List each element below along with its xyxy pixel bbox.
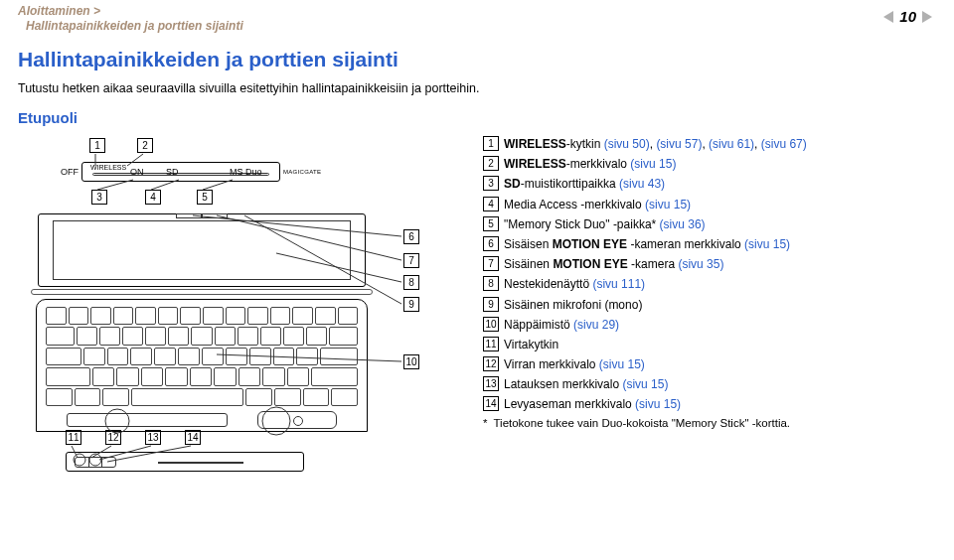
callout-5: 5 — [195, 190, 215, 205]
card-slot-panel: OFF WIRELESS ON SD MS Duo MAGICGATE — [81, 162, 280, 182]
legend-item: 8Nestekidenäyttö (sivu 111) — [483, 276, 932, 292]
breadcrumb-line1: Aloittaminen > — [18, 4, 100, 18]
legend-item: 2WIRELESS-merkkivalo (sivu 15) — [483, 156, 932, 172]
callout-7: 7 — [401, 253, 421, 268]
page-title: Hallintapainikkeiden ja porttien sijaint… — [18, 48, 932, 71]
legend-item: 12Virran merkkivalo (sivu 15) — [483, 356, 932, 372]
legend-text: Latauksen merkkivalo (sivu 15) — [504, 376, 668, 392]
callout-11: 11 — [64, 430, 83, 445]
legend-text: "Memory Stick Duo" -paikka* (sivu 36) — [504, 216, 706, 232]
legend-item: 14Levyaseman merkkivalo (sivu 15) — [483, 396, 932, 412]
legend-text: Virtakytkin — [504, 337, 558, 352]
section-heading: Etupuoli — [18, 109, 932, 126]
laptop-illustration — [28, 206, 376, 440]
callout-14: 14 — [183, 430, 203, 445]
callout-1: 1 — [87, 138, 107, 153]
page-link[interactable]: (sivu 43) — [619, 177, 665, 191]
legend-text: Media Access -merkkivalo (sivu 15) — [504, 197, 691, 212]
page-link[interactable]: (sivu 15) — [635, 397, 681, 411]
legend-text: Sisäinen MOTION EYE -kamera (sivu 35) — [504, 256, 723, 272]
legend-item: 5"Memory Stick Duo" -paikka* (sivu 36) — [483, 216, 932, 232]
front-edge-panel — [66, 452, 304, 472]
label-msduo: MS Duo — [230, 167, 262, 177]
legend-item: 4Media Access -merkkivalo (sivu 15) — [483, 197, 932, 212]
callout-8: 8 — [401, 275, 421, 290]
legend-text: WIRELESS-kytkin (sivu 50), (sivu 57), (s… — [504, 136, 807, 152]
legend-list: 1WIRELESS-kytkin (sivu 50), (sivu 57), (… — [483, 136, 932, 429]
page-link[interactable]: (sivu 57) — [656, 137, 702, 151]
page-link[interactable]: (sivu 50) — [604, 137, 650, 151]
breadcrumb: Aloittaminen > Hallintapainikkeiden ja p… — [0, 0, 954, 34]
legend-text: Nestekidenäyttö (sivu 111) — [504, 276, 645, 292]
legend-number: 6 — [483, 236, 499, 251]
legend-number: 2 — [483, 156, 499, 171]
label-off: OFF — [61, 167, 79, 177]
diagram: OFF WIRELESS ON SD MS Duo MAGICGATE 1 2 … — [18, 136, 455, 479]
page-link[interactable]: (sivu 15) — [744, 237, 790, 251]
label-magicgate: MAGICGATE — [283, 169, 321, 175]
legend-text: WIRELESS-merkkivalo (sivu 15) — [504, 156, 676, 172]
legend-number: 5 — [483, 216, 499, 231]
label-sd: SD — [166, 167, 179, 177]
legend-item: 1WIRELESS-kytkin (sivu 50), (sivu 57), (… — [483, 136, 932, 152]
legend-item: 11Virtakytkin — [483, 337, 932, 352]
page-link[interactable]: (sivu 111) — [592, 277, 645, 291]
legend-item: 3SD-muistikorttipaikka (sivu 43) — [483, 176, 932, 192]
camera — [202, 213, 228, 218]
callout-10: 10 — [401, 354, 421, 369]
laptop-screen — [38, 213, 366, 287]
callout-3: 3 — [89, 190, 109, 205]
legend-number: 9 — [483, 297, 499, 312]
legend-text: Levyaseman merkkivalo (sivu 15) — [504, 396, 681, 412]
callout-6: 6 — [401, 229, 421, 244]
page-link[interactable]: (sivu 61) — [709, 137, 754, 151]
camera-led — [176, 213, 202, 218]
pointer-nub — [257, 411, 337, 429]
page-navigation: 10 — [883, 8, 932, 25]
page-link[interactable]: (sivu 35) — [678, 257, 723, 271]
intro-text: Tutustu hetken aikaa seuraavilla sivuill… — [18, 81, 932, 95]
legend-item: 7Sisäinen MOTION EYE -kamera (sivu 35) — [483, 256, 932, 272]
footnote-text: Tietokone tukee vain Duo-kokoista "Memor… — [493, 417, 790, 429]
legend-item: 9Sisäinen mikrofoni (mono) — [483, 297, 932, 313]
legend-text: Sisäisen MOTION EYE -kameran merkkivalo … — [504, 236, 790, 252]
callout-4: 4 — [143, 190, 163, 205]
keyboard-well — [36, 299, 368, 432]
legend-number: 3 — [483, 176, 499, 191]
callout-13: 13 — [143, 430, 163, 445]
legend-text: Näppäimistö (sivu 29) — [504, 317, 619, 333]
page-link[interactable]: (sivu 29) — [573, 318, 619, 332]
legend-number: 14 — [483, 396, 499, 411]
page-number: 10 — [899, 8, 916, 25]
breadcrumb-line2: Hallintapainikkeiden ja porttien sijaint… — [18, 19, 954, 34]
footnote: *Tietokone tukee vain Duo-kokoista "Memo… — [483, 417, 932, 429]
page-link[interactable]: (sivu 15) — [599, 357, 645, 371]
footnote-marker: * — [483, 417, 487, 429]
page-link[interactable]: (sivu 15) — [645, 198, 691, 211]
legend-text: Sisäinen mikrofoni (mono) — [504, 297, 642, 313]
legend-text: SD-muistikorttipaikka (sivu 43) — [504, 176, 665, 192]
legend-item: 13Latauksen merkkivalo (sivu 15) — [483, 376, 932, 392]
callout-9: 9 — [401, 297, 421, 312]
legend-number: 12 — [483, 356, 499, 371]
page-link[interactable]: (sivu 36) — [660, 217, 706, 231]
page-link[interactable]: (sivu 15) — [622, 377, 668, 391]
legend-number: 11 — [483, 337, 499, 351]
legend-number: 4 — [483, 197, 499, 211]
callout-2: 2 — [135, 138, 155, 153]
legend-number: 7 — [483, 256, 499, 271]
legend-text: Virran merkkivalo (sivu 15) — [504, 356, 645, 372]
legend-number: 1 — [483, 136, 499, 151]
page-link[interactable]: (sivu 67) — [761, 137, 807, 151]
label-wireless: WIRELESS — [90, 164, 126, 171]
page-link[interactable]: (sivu 15) — [630, 157, 676, 171]
callout-12: 12 — [103, 430, 123, 445]
legend-item: 10Näppäimistö (sivu 29) — [483, 317, 932, 333]
legend-number: 13 — [483, 376, 499, 391]
legend-number: 8 — [483, 276, 499, 291]
legend-number: 10 — [483, 317, 499, 332]
label-on: ON — [130, 167, 144, 177]
main-content: Hallintapainikkeiden ja porttien sijaint… — [0, 34, 954, 479]
prev-page-arrow-icon[interactable] — [883, 11, 893, 23]
next-page-arrow-icon[interactable] — [922, 11, 932, 23]
